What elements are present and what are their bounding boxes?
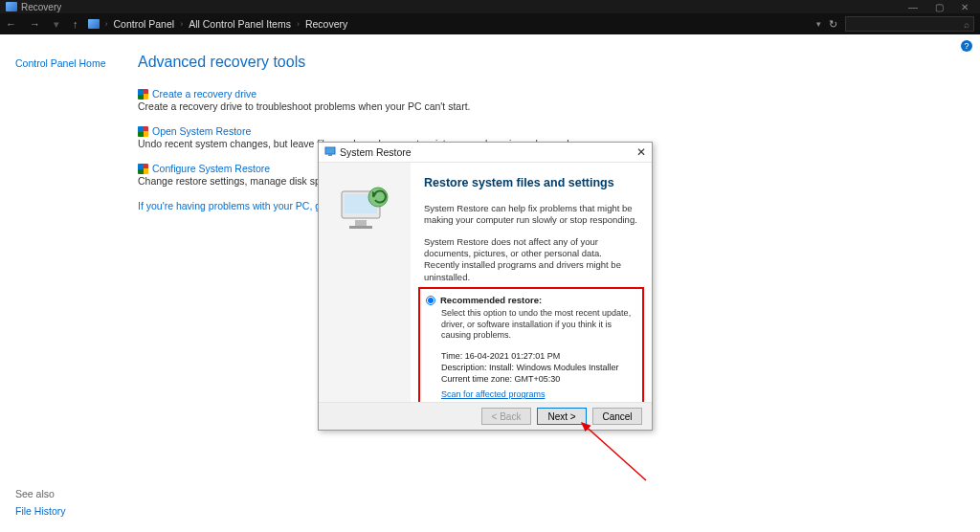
scan-affected-programs-link[interactable]: Scan for affected programs [441, 389, 636, 399]
dialog-title-text: System Restore [340, 146, 412, 158]
system-restore-illustration-icon [334, 184, 395, 241]
maximize-button[interactable]: ▢ [935, 2, 944, 12]
svg-line-8 [582, 423, 646, 480]
restore-timezone: Current time zone: GMT+05:30 [441, 374, 636, 384]
annotation-highlight: Recommended restore: Select this option … [418, 287, 644, 402]
recommended-restore-label: Recommended restore: [440, 295, 542, 305]
see-also: See also File History [15, 488, 66, 517]
chevron-down-icon[interactable]: ▾ [816, 19, 821, 29]
control-panel-icon [88, 19, 100, 29]
svg-rect-5 [349, 226, 372, 229]
nav-up-icon[interactable]: ↑ [73, 18, 78, 31]
dialog-close-button[interactable]: ✕ [636, 145, 646, 159]
shield-icon [138, 126, 148, 137]
configure-system-restore-link[interactable]: Configure System Restore [152, 163, 270, 174]
system-restore-dialog: System Restore ✕ Restore system files an… [318, 142, 653, 431]
refresh-icon[interactable]: ↻ [829, 18, 837, 31]
svg-rect-1 [328, 154, 332, 156]
crumb-all-items[interactable]: All Control Panel Items [189, 18, 291, 30]
file-history-link[interactable]: File History [15, 505, 66, 517]
recommended-restore-radio[interactable] [426, 296, 435, 305]
tool-create-recovery-drive: Create a recovery drive Create a recover… [138, 88, 965, 112]
close-button[interactable]: ✕ [961, 2, 969, 12]
shield-icon [138, 89, 148, 100]
sidebar-home-link[interactable]: Control Panel Home [15, 57, 106, 69]
minimize-button[interactable]: — [908, 2, 918, 12]
crumb-recovery[interactable]: Recovery [305, 18, 347, 30]
help-icon[interactable]: ? [961, 40, 972, 52]
back-button: < Back [481, 408, 531, 425]
recommended-restore-desc: Select this option to undo the most rece… [441, 308, 636, 342]
dialog-app-icon [324, 145, 336, 159]
see-also-label: See also [15, 488, 66, 499]
window-title: Recovery [21, 2, 61, 12]
page-heading: Advanced recovery tools [138, 54, 965, 71]
recommended-restore-option[interactable]: Recommended restore: [426, 295, 636, 305]
tool-desc: Create a recovery drive to troubleshoot … [138, 100, 965, 112]
sidebar: Control Panel Home [15, 54, 138, 211]
dialog-heading: Restore system files and settings [424, 176, 638, 189]
window-titlebar: Recovery — ▢ ✕ [0, 0, 980, 13]
dialog-para2: System Restore does not affect any of yo… [424, 236, 638, 283]
create-recovery-drive-link[interactable]: Create a recovery drive [152, 88, 256, 100]
search-icon: ⌕ [964, 19, 969, 30]
cancel-button[interactable]: Cancel [592, 408, 642, 425]
svg-rect-4 [355, 220, 367, 226]
address-bar: ← → ▾ ↑ › Control Panel › All Control Pa… [0, 13, 980, 34]
dialog-footer: < Back Next > Cancel [319, 403, 652, 430]
dialog-illustration-panel [319, 163, 411, 402]
crumb-control-panel[interactable]: Control Panel [114, 18, 175, 30]
breadcrumb[interactable]: › Control Panel › All Control Panel Item… [88, 18, 808, 30]
nav-forward-icon[interactable]: → [30, 18, 40, 31]
restore-time: Time: 16-04-2021 01:27:01 PM [441, 351, 636, 361]
open-system-restore-link[interactable]: Open System Restore [152, 125, 251, 137]
search-input[interactable]: ⌕ [845, 16, 974, 32]
dialog-para1: System Restore can help fix problems tha… [424, 203, 638, 227]
shield-icon [138, 164, 148, 174]
app-icon [6, 2, 17, 11]
nav-back-icon[interactable]: ← [6, 18, 16, 31]
restore-description: Description: Install: Windows Modules In… [441, 363, 636, 372]
svg-rect-0 [325, 147, 335, 154]
next-button[interactable]: Next > [537, 408, 587, 425]
